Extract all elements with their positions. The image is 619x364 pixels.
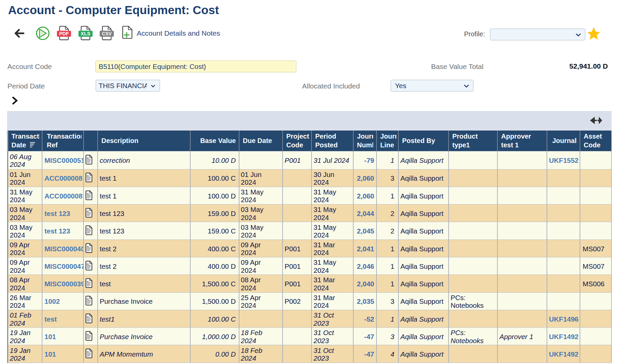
- svg-text:CSV: CSV: [102, 31, 112, 36]
- svg-text:XLS: XLS: [81, 31, 91, 36]
- svg-text:PDF: PDF: [59, 31, 69, 36]
